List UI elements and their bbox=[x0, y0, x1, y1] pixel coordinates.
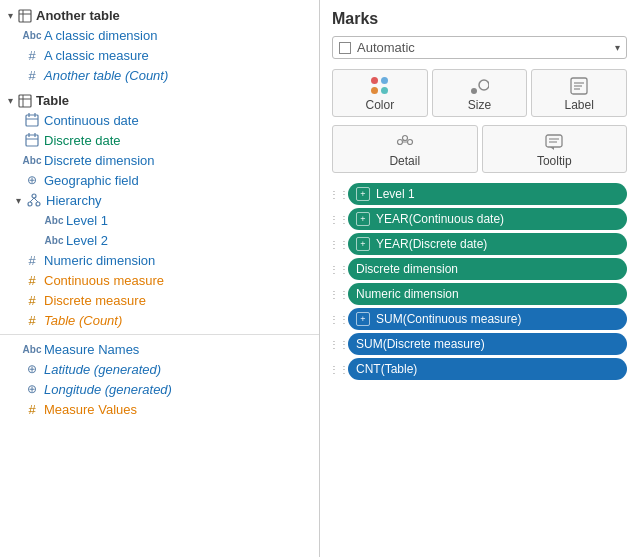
abc-icon: Abc bbox=[24, 27, 40, 43]
marks-dropdown-label: Automatic bbox=[357, 40, 615, 55]
marks-type-dropdown[interactable]: Automatic ▾ bbox=[332, 36, 627, 59]
field-label: Measure Values bbox=[44, 402, 137, 417]
pill-row-sum-continuous-measure: ⋮⋮ + SUM(Continuous measure) bbox=[332, 308, 627, 330]
cnt-table-pill[interactable]: CNT(Table) bbox=[348, 358, 627, 380]
pill-label: SUM(Continuous measure) bbox=[376, 312, 521, 326]
another-table-title: Another table bbox=[36, 8, 120, 23]
calendar-discrete-icon bbox=[24, 132, 40, 148]
table-icon bbox=[18, 9, 32, 23]
tooltip-label: Tooltip bbox=[537, 154, 572, 168]
field-label: Continuous date bbox=[44, 113, 139, 128]
expand-icon: + bbox=[356, 237, 370, 251]
detail-icon bbox=[395, 132, 415, 152]
label-icon bbox=[570, 76, 588, 96]
field-geographic-field[interactable]: ⊕ Geographic field bbox=[0, 170, 319, 190]
pill-label: SUM(Discrete measure) bbox=[356, 337, 485, 351]
svg-point-15 bbox=[28, 202, 32, 206]
field-label: Latitude (generated) bbox=[44, 362, 161, 377]
color-button[interactable]: Color bbox=[332, 69, 428, 117]
sum-continuous-measure-pill[interactable]: + SUM(Continuous measure) bbox=[348, 308, 627, 330]
size-icon bbox=[469, 76, 489, 96]
drag-handle-icon[interactable]: ⋮⋮ bbox=[332, 289, 346, 300]
pill-label: YEAR(Discrete date) bbox=[376, 237, 487, 251]
field-label: A classic measure bbox=[44, 48, 149, 63]
chevron-down-icon: ▾ bbox=[4, 95, 16, 107]
field-a-classic-dimension[interactable]: Abc A classic dimension bbox=[0, 25, 319, 45]
level-1-pill[interactable]: + Level 1 bbox=[348, 183, 627, 205]
field-level-2[interactable]: Abc Level 2 bbox=[0, 230, 319, 250]
sum-discrete-measure-pill[interactable]: SUM(Discrete measure) bbox=[348, 333, 627, 355]
field-label: Discrete measure bbox=[44, 293, 146, 308]
svg-point-19 bbox=[471, 88, 477, 94]
svg-rect-3 bbox=[19, 95, 31, 107]
drag-handle-icon[interactable]: ⋮⋮ bbox=[332, 189, 346, 200]
discrete-dimension-pill[interactable]: Discrete dimension bbox=[348, 258, 627, 280]
color-label: Color bbox=[365, 98, 394, 112]
hash-icon: # bbox=[24, 252, 40, 268]
calendar-continuous-icon bbox=[24, 112, 40, 128]
expand-icon: + bbox=[356, 312, 370, 326]
drag-handle-icon[interactable]: ⋮⋮ bbox=[332, 264, 346, 275]
automatic-checkbox[interactable] bbox=[339, 42, 351, 54]
marks-buttons-row2: Detail Tooltip bbox=[332, 125, 627, 173]
expand-icon: + bbox=[356, 187, 370, 201]
globe-icon: ⊕ bbox=[24, 172, 40, 188]
svg-line-18 bbox=[34, 198, 38, 202]
field-longitude-generated[interactable]: ⊕ Longitude (generated) bbox=[0, 379, 319, 399]
svg-point-20 bbox=[479, 80, 489, 90]
pill-label: Level 1 bbox=[376, 187, 415, 201]
field-level-1[interactable]: Abc Level 1 bbox=[0, 210, 319, 230]
label-label: Label bbox=[564, 98, 593, 112]
field-hierarchy[interactable]: ▾ Hierarchy bbox=[0, 190, 319, 210]
field-numeric-dimension[interactable]: # Numeric dimension bbox=[0, 250, 319, 270]
year-discrete-date-pill[interactable]: + YEAR(Discrete date) bbox=[348, 233, 627, 255]
drag-handle-icon[interactable]: ⋮⋮ bbox=[332, 239, 346, 250]
field-label: Discrete date bbox=[44, 133, 121, 148]
field-measure-values[interactable]: # Measure Values bbox=[0, 399, 319, 419]
field-label: Another table (Count) bbox=[44, 68, 168, 83]
field-latitude-generated[interactable]: ⊕ Latitude (generated) bbox=[0, 359, 319, 379]
drag-handle-icon[interactable]: ⋮⋮ bbox=[332, 314, 346, 325]
field-label: Table (Count) bbox=[44, 313, 122, 328]
hash-icon: # bbox=[24, 401, 40, 417]
year-continuous-date-pill[interactable]: + YEAR(Continuous date) bbox=[348, 208, 627, 230]
numeric-dimension-pill[interactable]: Numeric dimension bbox=[348, 283, 627, 305]
field-table-count[interactable]: # Table (Count) bbox=[0, 310, 319, 330]
field-discrete-measure[interactable]: # Discrete measure bbox=[0, 290, 319, 310]
field-label: Continuous measure bbox=[44, 273, 164, 288]
label-button[interactable]: Label bbox=[531, 69, 627, 117]
field-continuous-measure[interactable]: # Continuous measure bbox=[0, 270, 319, 290]
field-label: Measure Names bbox=[44, 342, 139, 357]
chevron-down-icon: ▾ bbox=[4, 10, 16, 22]
hash-icon: # bbox=[24, 67, 40, 83]
tooltip-button[interactable]: Tooltip bbox=[482, 125, 628, 173]
field-another-table-count[interactable]: # Another table (Count) bbox=[0, 65, 319, 85]
drag-handle-icon[interactable]: ⋮⋮ bbox=[332, 364, 346, 375]
pill-row-sum-discrete-measure: ⋮⋮ SUM(Discrete measure) bbox=[332, 333, 627, 355]
field-label: A classic dimension bbox=[44, 28, 157, 43]
field-discrete-date[interactable]: Discrete date bbox=[0, 130, 319, 150]
field-measure-names[interactable]: Abc Measure Names bbox=[0, 339, 319, 359]
marks-buttons-row1: Color Size Label bbox=[332, 69, 627, 117]
field-discrete-dimension[interactable]: Abc Discrete dimension bbox=[0, 150, 319, 170]
svg-rect-10 bbox=[26, 135, 38, 146]
drag-handle-icon[interactable]: ⋮⋮ bbox=[332, 339, 346, 350]
svg-rect-30 bbox=[546, 135, 562, 147]
abc-icon: Abc bbox=[46, 232, 62, 248]
detail-button[interactable]: Detail bbox=[332, 125, 478, 173]
hash-icon: # bbox=[24, 272, 40, 288]
globe-icon: ⊕ bbox=[24, 361, 40, 377]
table-section-header[interactable]: ▾ Table bbox=[0, 91, 319, 110]
another-table-section-header[interactable]: ▾ Another table bbox=[0, 6, 319, 25]
hierarchy-icon bbox=[26, 192, 42, 208]
hash-icon: # bbox=[24, 312, 40, 328]
pill-row-discrete-dimension: ⋮⋮ Discrete dimension bbox=[332, 258, 627, 280]
abc-icon: Abc bbox=[24, 341, 40, 357]
chevron-down-icon: ▾ bbox=[12, 194, 24, 206]
drag-handle-icon[interactable]: ⋮⋮ bbox=[332, 214, 346, 225]
size-button[interactable]: Size bbox=[432, 69, 528, 117]
field-a-classic-measure[interactable]: # A classic measure bbox=[0, 45, 319, 65]
field-continuous-date[interactable]: Continuous date bbox=[0, 110, 319, 130]
pill-label: Numeric dimension bbox=[356, 287, 459, 301]
pill-label: CNT(Table) bbox=[356, 362, 417, 376]
